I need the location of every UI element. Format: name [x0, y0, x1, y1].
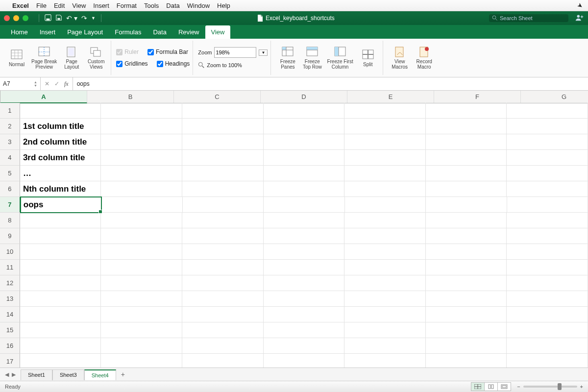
- select-all-corner[interactable]: [0, 91, 0, 103]
- cell-F10[interactable]: [426, 244, 507, 260]
- mac-menu-view[interactable]: View: [72, 2, 86, 9]
- zoom-window-button[interactable]: [23, 15, 28, 21]
- cell-C10[interactable]: [182, 244, 264, 260]
- share-icon[interactable]: [575, 14, 584, 23]
- zoom-dropdown-icon[interactable]: ▼: [259, 49, 268, 56]
- cell-B10[interactable]: [101, 244, 182, 260]
- cell-B8[interactable]: [101, 213, 182, 228]
- cell-A4[interactable]: 3rd column title: [20, 150, 101, 166]
- zoom-in-icon[interactable]: +: [580, 384, 583, 390]
- cell-A15[interactable]: [20, 322, 101, 338]
- cell-B3[interactable]: [101, 134, 182, 150]
- page-break-view-icon[interactable]: [497, 382, 511, 391]
- cell-A11[interactable]: [20, 260, 101, 275]
- location-icon[interactable]: ➤: [576, 1, 585, 10]
- mac-menu-format[interactable]: Format: [117, 2, 137, 9]
- zoom-out-icon[interactable]: −: [517, 384, 520, 390]
- cell-D10[interactable]: [264, 244, 345, 260]
- cell-C8[interactable]: [182, 213, 264, 228]
- row-header-14[interactable]: 14: [0, 307, 20, 322]
- cell-G1[interactable]: [507, 103, 588, 119]
- cell-G6[interactable]: [507, 181, 588, 197]
- cell-G8[interactable]: [507, 213, 588, 228]
- cell-D13[interactable]: [264, 291, 345, 307]
- cell-B15[interactable]: [101, 322, 182, 338]
- cell-G11[interactable]: [507, 260, 588, 275]
- column-header-G[interactable]: G: [521, 91, 588, 103]
- row-header-4[interactable]: 4: [0, 150, 20, 166]
- mac-menu-data[interactable]: Data: [166, 2, 179, 9]
- cell-B11[interactable]: [101, 260, 182, 275]
- cell-C9[interactable]: [182, 228, 264, 244]
- sheet-tab-sheet3[interactable]: Sheet3: [52, 369, 84, 380]
- row-header-3[interactable]: 3: [0, 134, 20, 150]
- column-header-D[interactable]: D: [261, 91, 347, 103]
- cell-E11[interactable]: [344, 260, 426, 275]
- formula-input[interactable]: oops: [73, 80, 588, 87]
- cell-E9[interactable]: [344, 228, 426, 244]
- cell-A1[interactable]: [20, 103, 101, 119]
- cell-C4[interactable]: [182, 150, 264, 166]
- cell-G7[interactable]: [507, 197, 588, 213]
- mac-menu-edit[interactable]: Edit: [54, 2, 65, 9]
- cell-C3[interactable]: [182, 134, 264, 150]
- cell-A14[interactable]: [20, 307, 101, 322]
- cell-F12[interactable]: [426, 275, 507, 291]
- cell-E1[interactable]: [344, 103, 426, 119]
- row-header-12[interactable]: 12: [0, 275, 20, 291]
- cell-C1[interactable]: [182, 103, 264, 119]
- cell-B4[interactable]: [101, 150, 182, 166]
- cell-F14[interactable]: [426, 307, 507, 322]
- cell-C15[interactable]: [182, 322, 264, 338]
- cell-F9[interactable]: [426, 228, 507, 244]
- cell-C14[interactable]: [182, 307, 264, 322]
- save-icon[interactable]: [55, 14, 62, 23]
- cell-C5[interactable]: [182, 166, 264, 181]
- row-header-9[interactable]: 9: [0, 228, 20, 244]
- cell-E10[interactable]: [344, 244, 426, 260]
- formula-bar-checkbox[interactable]: Formula Bar: [147, 49, 188, 55]
- cell-E2[interactable]: [344, 119, 426, 134]
- row-header-16[interactable]: 16: [0, 338, 20, 354]
- cell-B2[interactable]: [101, 119, 182, 134]
- cell-B5[interactable]: [101, 166, 182, 181]
- cell-D14[interactable]: [264, 307, 345, 322]
- tab-formulas[interactable]: Formulas: [109, 25, 147, 39]
- cell-C13[interactable]: [182, 291, 264, 307]
- minimize-window-button[interactable]: [13, 15, 19, 21]
- cell-F6[interactable]: [426, 181, 507, 197]
- cell-C11[interactable]: [182, 260, 264, 275]
- cell-B7[interactable]: [101, 197, 182, 213]
- row-header-7[interactable]: 7: [0, 197, 21, 213]
- cell-D16[interactable]: [264, 338, 345, 354]
- cell-E4[interactable]: [344, 150, 426, 166]
- name-box[interactable]: A7 ▲▼: [0, 77, 41, 90]
- row-header-1[interactable]: 1: [0, 103, 20, 119]
- row-header-6[interactable]: 6: [0, 181, 20, 197]
- cell-E13[interactable]: [344, 291, 426, 307]
- cell-F11[interactable]: [426, 260, 507, 275]
- cell-G10[interactable]: [507, 244, 588, 260]
- row-header-17[interactable]: 17: [0, 354, 20, 368]
- cell-D15[interactable]: [264, 322, 345, 338]
- cell-G15[interactable]: [507, 322, 588, 338]
- cell-D1[interactable]: [264, 103, 345, 119]
- accept-formula-icon[interactable]: ✓: [54, 80, 59, 87]
- name-box-stepper-icon[interactable]: ▲▼: [34, 80, 37, 87]
- sheet-tab-sheet4[interactable]: Sheet4: [84, 369, 116, 380]
- freeze-first-col-button[interactable]: Freeze First Column: [325, 45, 355, 71]
- mac-menu-window[interactable]: Window: [187, 2, 210, 9]
- cell-E8[interactable]: [344, 213, 426, 228]
- cell-B1[interactable]: [101, 103, 182, 119]
- column-header-C[interactable]: C: [174, 91, 261, 103]
- cell-B17[interactable]: [101, 354, 182, 368]
- cell-B12[interactable]: [101, 275, 182, 291]
- cell-B6[interactable]: [101, 181, 182, 197]
- cell-A17[interactable]: [20, 354, 101, 368]
- cell-E15[interactable]: [344, 322, 426, 338]
- cell-G5[interactable]: [507, 166, 588, 181]
- cell-F13[interactable]: [426, 291, 507, 307]
- cell-F2[interactable]: [426, 119, 507, 134]
- fx-icon[interactable]: fx: [64, 80, 69, 88]
- view-macros-button[interactable]: View Macros: [388, 45, 412, 71]
